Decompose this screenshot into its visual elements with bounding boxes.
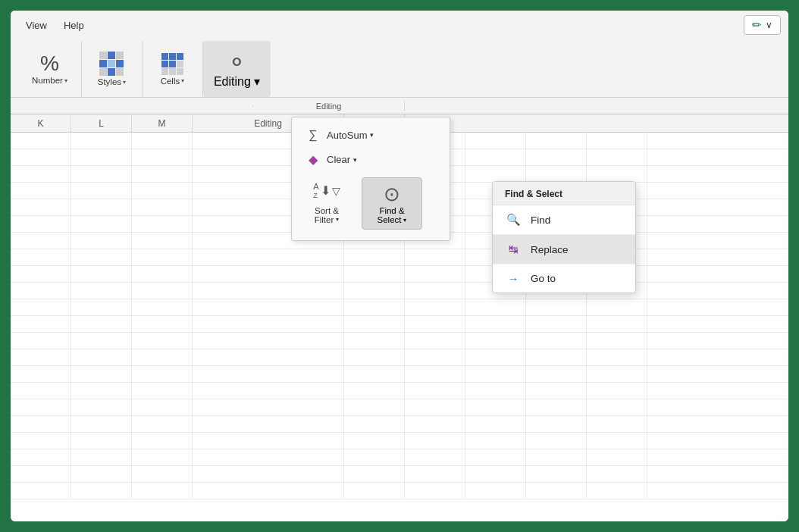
grid-cell[interactable] [193,349,344,365]
grid-cell[interactable] [344,383,405,399]
grid-cell[interactable] [587,366,647,382]
grid-cell[interactable] [526,399,587,415]
grid-cell[interactable] [132,199,193,215]
grid-cell[interactable] [405,349,465,365]
grid-cell[interactable] [344,449,405,465]
grid-cell[interactable] [526,366,587,382]
grid-cell[interactable] [405,449,465,465]
grid-cell[interactable] [587,149,647,165]
grid-cell[interactable] [71,133,132,149]
grid-cell[interactable] [405,466,465,482]
grid-cell[interactable] [405,483,465,499]
table-row[interactable] [11,366,788,383]
grid-cell[interactable] [405,283,465,299]
grid-cell[interactable] [587,316,647,332]
grid-cell[interactable] [465,483,526,499]
grid-cell[interactable] [587,483,647,499]
grid-cell[interactable] [465,316,526,332]
grid-cell[interactable] [465,333,526,349]
grid-cell[interactable] [132,449,193,465]
grid-cell[interactable] [465,366,526,382]
grid-cell[interactable] [587,416,647,432]
grid-cell[interactable] [71,216,132,232]
grid-cell[interactable] [71,283,132,299]
grid-cell[interactable] [132,266,193,282]
grid-cell[interactable] [465,166,526,182]
grid-cell[interactable] [465,299,526,315]
grid-cell[interactable] [193,316,344,332]
grid-cell[interactable] [526,483,587,499]
grid-cell[interactable] [526,349,587,365]
grid-cell[interactable] [344,333,405,349]
grid-cell[interactable] [193,366,344,382]
grid-cell[interactable] [132,333,193,349]
grid-cell[interactable] [71,433,132,449]
grid-cell[interactable] [71,299,132,315]
grid-cell[interactable] [11,149,71,165]
grid-cell[interactable] [526,466,587,482]
grid-cell[interactable] [132,416,193,432]
table-row[interactable] [11,316,788,333]
table-row[interactable] [11,483,788,499]
grid-cell[interactable] [344,366,405,382]
table-row[interactable] [11,449,788,466]
grid-cell[interactable] [11,283,71,299]
grid-cell[interactable] [344,466,405,482]
grid-cell[interactable] [526,133,587,149]
grid-cell[interactable] [11,399,71,415]
grid-cell[interactable] [11,166,71,182]
ribbon-group-cells[interactable]: Cells ▾ [143,41,203,97]
grid-cell[interactable] [132,166,193,182]
grid-cell[interactable] [132,399,193,415]
grid-cell[interactable] [465,416,526,432]
grid-cell[interactable] [71,149,132,165]
grid-cell[interactable] [11,333,71,349]
grid-cell[interactable] [71,466,132,482]
table-row[interactable] [11,416,788,433]
grid-cell[interactable] [11,316,71,332]
menu-item-goto[interactable]: → Go to [493,264,635,293]
ribbon-group-styles[interactable]: Styles ▾ [82,41,143,97]
grid-cell[interactable] [193,483,344,499]
grid-cell[interactable] [193,466,344,482]
grid-cell[interactable] [71,249,132,265]
grid-cell[interactable] [11,183,71,199]
grid-cell[interactable] [526,149,587,165]
sort-filter-item[interactable]: AZ ⬇ ▽ Sort & Filter ▾ [299,177,354,230]
grid-cell[interactable] [526,299,587,315]
grid-cell[interactable] [11,216,71,232]
grid-cell[interactable] [465,399,526,415]
grid-cell[interactable] [11,366,71,382]
grid-cell[interactable] [405,366,465,382]
autosave-button[interactable]: ✏ ∨ [744,15,781,35]
grid-cell[interactable] [71,366,132,382]
tab-view[interactable]: View [18,17,55,34]
grid-cell[interactable] [587,349,647,365]
grid-cell[interactable] [344,266,405,282]
grid-cell[interactable] [526,383,587,399]
grid-cell[interactable] [11,249,71,265]
grid-cell[interactable] [193,399,344,415]
grid-cell[interactable] [193,266,344,282]
ribbon-group-editing[interactable]: ⚬ Editing ▾ [203,41,271,97]
grid-cell[interactable] [132,133,193,149]
grid-cell[interactable] [465,383,526,399]
grid-cell[interactable] [11,466,71,482]
table-row[interactable] [11,399,788,416]
grid-cell[interactable] [526,433,587,449]
grid-cell[interactable] [11,133,71,149]
grid-cell[interactable] [132,249,193,265]
grid-cell[interactable] [11,449,71,465]
grid-cell[interactable] [344,283,405,299]
grid-cell[interactable] [132,299,193,315]
grid-cell[interactable] [465,133,526,149]
grid-cell[interactable] [587,133,647,149]
grid-cell[interactable] [11,233,71,249]
grid-cell[interactable] [132,283,193,299]
grid-cell[interactable] [344,299,405,315]
grid-cell[interactable] [71,449,132,465]
ribbon-group-number[interactable]: % Number ▾ [18,41,82,97]
grid-cell[interactable] [71,399,132,415]
grid-cell[interactable] [193,449,344,465]
grid-cell[interactable] [71,333,132,349]
